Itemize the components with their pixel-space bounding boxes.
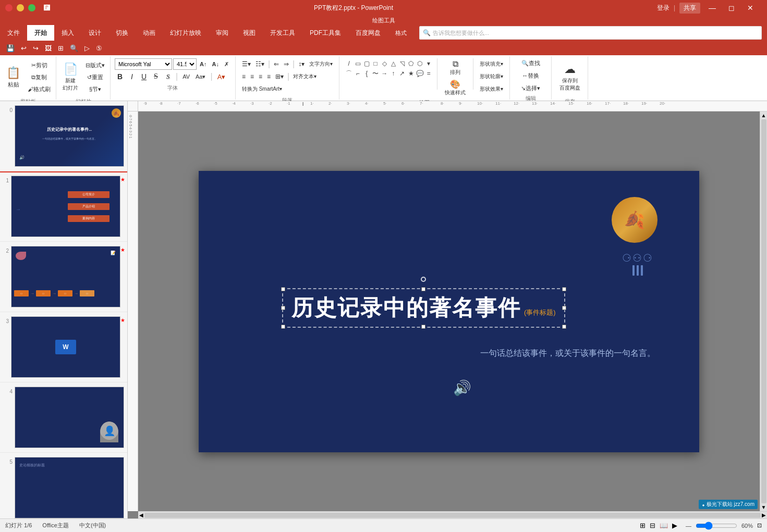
handle-bl[interactable] <box>281 325 285 329</box>
clear-format-btn[interactable]: ✗ <box>222 58 231 70</box>
tab-home[interactable]: 开始 <box>27 25 54 41</box>
increase-font-btn[interactable]: A↑ <box>198 58 209 70</box>
shape-rect[interactable]: ▭ <box>353 59 362 68</box>
shape-star[interactable]: ★ <box>406 69 416 78</box>
shape-triangle[interactable]: △ <box>388 59 398 68</box>
decrease-indent-btn[interactable]: ⇐ <box>272 58 281 70</box>
rotate-handle[interactable] <box>421 277 426 282</box>
slide-audio-icon[interactable]: 🔊 <box>453 379 471 397</box>
cut-button[interactable]: ✂ 剪切 <box>26 59 53 71</box>
underline-button[interactable]: U <box>139 71 149 82</box>
save-cloud-button[interactable]: ☁ 保存到 百度网盘 <box>556 57 583 97</box>
tab-format[interactable]: 格式 <box>388 25 414 41</box>
tab-transitions[interactable]: 切换 <box>108 25 136 41</box>
arrange-button[interactable]: ⧉ 排列 <box>442 58 469 77</box>
line-spacing-btn[interactable]: ↕▾ <box>296 58 307 70</box>
slide-item-5[interactable]: 5 史论模板的标题 <box>0 453 127 518</box>
shape-line[interactable]: / <box>344 59 354 68</box>
shape-arc[interactable]: ⌒ <box>344 69 354 78</box>
handle-bm[interactable] <box>421 325 425 329</box>
canvas-scroll-area[interactable]: 🍂 ⚆⚇⚆ <box>138 112 760 511</box>
shape-hexagon[interactable]: ⬡ <box>415 59 424 68</box>
strikethrough-button[interactable]: S <box>151 71 161 82</box>
align-center-btn[interactable]: ≡ <box>248 71 256 82</box>
shape-effects-btn[interactable]: 形状效果▾ <box>478 83 505 95</box>
paste-button[interactable]: 📋 粘贴 <box>3 57 23 97</box>
scroll-left-btn[interactable]: ◀ <box>139 512 143 518</box>
horizontal-scrollbar[interactable]: ◀ ▶ <box>138 511 767 518</box>
font-name-select[interactable]: Microsoft Yal <box>115 58 172 70</box>
tab-review[interactable]: 审阅 <box>209 25 236 41</box>
search-bar[interactable]: 🔍 告诉我您想要做什么... <box>419 26 762 40</box>
undo-button[interactable]: ↩ <box>19 43 29 53</box>
shape-rtriangle[interactable]: ◹ <box>397 59 407 68</box>
increase-indent-btn[interactable]: ⇒ <box>282 58 291 70</box>
char-spacing-btn[interactable]: AV <box>180 71 192 82</box>
slide-circle-image[interactable]: 🍂 <box>612 197 658 243</box>
columns-btn[interactable]: ⊞▾ <box>273 71 286 82</box>
shape-call[interactable]: 💬 <box>415 69 424 78</box>
scroll-thumb-h[interactable] <box>144 513 761 518</box>
scroll-up-btn[interactable]: ▲ <box>761 113 766 118</box>
zoom-button[interactable]: 🔍 <box>68 43 80 53</box>
shape-round-rect[interactable]: ▢ <box>362 59 371 68</box>
format-painter-button[interactable]: 🖌 格式刷 <box>26 83 53 95</box>
window-close-btn[interactable]: ✕ <box>743 4 758 12</box>
screenshot-button[interactable]: 🖼 <box>43 43 54 53</box>
bullets-button[interactable]: ☰▾ <box>240 58 253 70</box>
quick-styles-button[interactable]: 🎨 快速样式 <box>442 78 469 97</box>
align-text-btn[interactable]: 对齐文本▾ <box>291 71 319 82</box>
shape-curvarrow[interactable]: ↗ <box>397 69 407 78</box>
handle-tr[interactable] <box>562 287 566 291</box>
tab-developer[interactable]: 开发工具 <box>263 25 302 41</box>
tab-slideshow[interactable]: 幻灯片放映 <box>163 25 209 41</box>
font-color-btn[interactable]: A▾ <box>215 71 228 82</box>
shape-pentagon[interactable]: ⬠ <box>406 59 416 68</box>
section-button[interactable]: § 节▾ <box>83 83 107 95</box>
accessibility-button[interactable]: ⑤ <box>94 43 104 53</box>
justify-btn[interactable]: ≡ <box>265 71 273 82</box>
shape-diamond[interactable]: ◇ <box>380 59 389 68</box>
slide-item-3[interactable]: 3 W ★ <box>0 312 127 382</box>
close-btn[interactable] <box>5 4 13 11</box>
find-button[interactable]: 🔍 查找 <box>519 57 542 69</box>
tab-baidu-cloud[interactable]: 百度网盘 <box>348 25 388 41</box>
shape-more[interactable]: ▾ <box>424 59 433 68</box>
shape-uarrow[interactable]: ↑ <box>388 69 398 78</box>
shape-wave[interactable]: 〜 <box>371 69 380 78</box>
tab-design[interactable]: 设计 <box>81 25 108 41</box>
slide-item-2[interactable]: 2 📝 □ → □ → □ → □ ★ <box>0 242 127 312</box>
scroll-down-btn[interactable]: ▼ <box>761 504 766 510</box>
tab-view[interactable]: 视图 <box>236 25 263 41</box>
replace-button[interactable]: ↔ 替换 <box>520 70 541 81</box>
save-button[interactable]: 💾 <box>4 43 17 53</box>
window-minimize-btn[interactable]: — <box>704 4 720 12</box>
italic-button[interactable]: I <box>127 71 137 82</box>
reading-view-btn[interactable]: 📖 <box>660 522 668 529</box>
new-slide-button[interactable]: 📄 新建 幻灯片 <box>59 57 81 97</box>
slide-sorter-btn[interactable]: ⊟ <box>650 522 655 529</box>
slide-item-1[interactable]: 1 公司简介 产品介绍 案例内容 → ★ <box>0 171 127 242</box>
tab-file[interactable]: 文件 <box>0 25 27 41</box>
minimize-btn[interactable] <box>17 4 24 11</box>
shadow-button[interactable]: S <box>163 71 173 82</box>
slide-title-container[interactable]: 历史记录中的著名事件(事件标题) <box>282 288 565 328</box>
bold-button[interactable]: B <box>115 71 125 82</box>
presentation-button[interactable]: ▷ <box>82 43 92 53</box>
slide-item-0[interactable]: 0 历史记录中的著名事件... 一句话总结该事件，或关于该事件的一句名言。 🔊 … <box>0 101 127 171</box>
align-left-btn[interactable]: ≡ <box>240 71 248 82</box>
scroll-thumb-v[interactable] <box>761 119 766 503</box>
numbering-button[interactable]: ☷▾ <box>253 58 266 70</box>
reset-button[interactable]: ↺ 重置 <box>83 71 107 83</box>
font-size-select[interactable]: 41.5 <box>173 58 197 70</box>
zoom-slider[interactable] <box>696 522 737 530</box>
decrease-font-btn[interactable]: A↓ <box>210 58 221 70</box>
tab-animations[interactable]: 动画 <box>136 25 163 41</box>
tab-pdf-tools[interactable]: PDF工具集 <box>302 25 348 41</box>
shape-eq[interactable]: = <box>424 69 433 78</box>
scroll-right-btn[interactable]: ▶ <box>762 512 766 518</box>
shape-outline-btn[interactable]: 形状轮廓▾ <box>478 71 505 82</box>
handle-ml[interactable] <box>281 306 285 310</box>
maximize-btn[interactable] <box>28 4 35 11</box>
sign-in-button[interactable]: 登录 <box>657 4 669 13</box>
